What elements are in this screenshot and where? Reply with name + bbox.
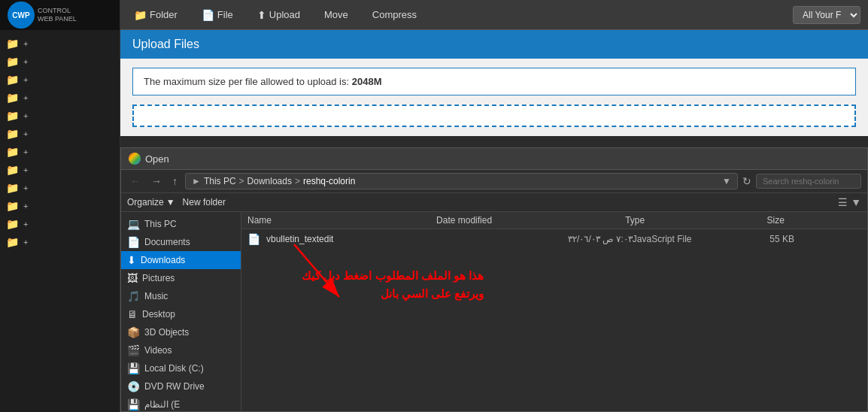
this-pc-icon: 💻 [127, 218, 140, 230]
sidebar-item-2[interactable]: 📁+ [0, 53, 120, 71]
files-pane: Name Date modified Type Size 📄 vbulletin… [241, 212, 867, 411]
file-button[interactable]: 📄 File [196, 6, 239, 24]
nav-dvd-rw[interactable]: 💿 DVD RW Drive [121, 377, 241, 395]
annotation-text: هذا هو الملف المطلوب اضغط دبل كيك ويرتفع… [302, 267, 484, 303]
dialog-titlebar: Open [121, 148, 867, 170]
sidebar-item-3[interactable]: 📁+ [0, 71, 120, 89]
nav-documents[interactable]: 📄 Documents [121, 233, 241, 251]
videos-icon: 🎬 [127, 344, 140, 356]
path-folder: reshq-colorin [303, 176, 355, 186]
folder-button[interactable]: 📁 Folder [128, 6, 184, 24]
top-toolbar: 📁 Folder 📄 File ⬆ Upload Move Compress A… [120, 0, 868, 30]
address-path[interactable]: ► This PC > Downloads > reshq-colorin ▼ [185, 173, 738, 189]
nav-downloads[interactable]: ⬇ Downloads [121, 251, 241, 269]
upload-title: Upload Files [120, 30, 868, 59]
system-e-icon: 💾 [127, 398, 140, 410]
path-downloads: Downloads [247, 176, 292, 186]
cwp-sidebar: CWP CONTROLWEB PANEL 📁+ 📁+ 📁+ 📁+ 📁+ 📁+ 📁… [0, 0, 120, 412]
sidebar-item-8[interactable]: 📁+ [0, 161, 120, 179]
upload-dropzone[interactable] [132, 105, 856, 127]
sidebar-item-5[interactable]: 📁+ [0, 107, 120, 125]
compress-button[interactable]: Compress [366, 6, 423, 23]
cwp-logo: CWP CONTROLWEB PANEL [0, 0, 120, 30]
upload-info-box: The maximum size per file allowed to upl… [132, 68, 856, 95]
view-list-icon[interactable]: ☰ [838, 196, 848, 208]
downloads-icon: ⬇ [127, 254, 136, 266]
file-open-dialog: Open ← → ↑ ► This PC > Downloads > reshq… [120, 147, 868, 412]
sidebar-item-1[interactable]: 📁+ [0, 35, 120, 53]
sidebar-item-9[interactable]: 📁+ [0, 179, 120, 197]
files-header: Name Date modified Type Size [241, 212, 867, 229]
new-folder-button[interactable]: New folder [183, 197, 226, 208]
back-button[interactable]: ← [127, 174, 144, 189]
toolbar-right: All Your F [793, 6, 860, 24]
refresh-button[interactable]: ↻ [742, 175, 751, 187]
view-toggle: ☰ ▼ [838, 196, 861, 208]
organize-dropdown-icon: ▼ [166, 197, 175, 208]
pictures-icon: 🖼 [127, 272, 138, 284]
dialog-content: 💻 This PC 📄 Documents ⬇ Downloads 🖼 Pict… [121, 212, 867, 411]
nav-3d-objects[interactable]: 📦 3D Objects [121, 323, 241, 341]
file-modified: ۷:۰۳ ص ۳۲/۰٦/۰۳ [449, 234, 632, 244]
file-row-vbulletin[interactable]: 📄 vbulletin_textedit ۷:۰۳ ص ۳۲/۰٦/۰۳ Jav… [241, 229, 867, 249]
nav-pictures[interactable]: 🖼 Pictures [121, 269, 241, 287]
col-size-header: Size [766, 215, 861, 226]
nav-music[interactable]: 🎵 Music [121, 287, 241, 305]
nav-system-e[interactable]: 💾 النظام (E [121, 395, 241, 411]
col-type-header: Type [625, 215, 766, 226]
local-disk-c-icon: 💾 [127, 362, 140, 374]
move-button[interactable]: Move [318, 6, 354, 23]
upload-icon: ⬆ [257, 9, 266, 21]
chrome-icon [129, 153, 141, 165]
music-icon: 🎵 [127, 290, 140, 302]
sidebar-item-4[interactable]: 📁+ [0, 89, 120, 107]
cwp-logo-subtitle: CONTROLWEB PANEL [38, 7, 77, 23]
search-input[interactable] [756, 174, 861, 189]
sidebar-item-11[interactable]: 📁+ [0, 215, 120, 233]
path-this-pc: This PC [204, 176, 236, 186]
folder-icon: 📁 [134, 9, 147, 21]
sidebar-item-10[interactable]: 📁+ [0, 197, 120, 215]
dvd-rw-icon: 💿 [127, 380, 140, 392]
cwp-logo-icon: CWP [8, 2, 35, 29]
address-dropdown-arrow[interactable]: ▼ [722, 176, 731, 186]
upload-button[interactable]: ⬆ Upload [251, 6, 306, 24]
dialog-addressbar: ← → ↑ ► This PC > Downloads > reshq-colo… [121, 170, 867, 193]
file-name: vbulletin_textedit [266, 234, 449, 244]
col-modified-header: Date modified [436, 215, 625, 226]
forward-button[interactable]: → [148, 174, 165, 189]
col-name-header[interactable]: Name [247, 215, 436, 226]
file-type: JavaScript File [633, 234, 770, 244]
documents-icon: 📄 [127, 236, 140, 248]
upload-max-size: 2048M [352, 76, 382, 87]
dialog-toolbar: Organize ▼ New folder ☰ ▼ [121, 193, 867, 212]
file-size: 55 KB [769, 234, 861, 244]
desktop-icon: 🖥 [127, 308, 138, 320]
organize-button[interactable]: Organize ▼ [127, 197, 175, 208]
upload-panel: Upload Files The maximum size per file a… [120, 30, 868, 136]
nav-videos[interactable]: 🎬 Videos [121, 341, 241, 359]
dialog-nav: 💻 This PC 📄 Documents ⬇ Downloads 🖼 Pict… [121, 212, 241, 411]
files-list: 📄 vbulletin_textedit ۷:۰۳ ص ۳۲/۰٦/۰۳ Jav… [241, 229, 867, 411]
dialog-title: Open [145, 153, 169, 165]
nav-local-disk-c[interactable]: 💾 Local Disk (C:) [121, 359, 241, 377]
3d-objects-icon: 📦 [127, 326, 140, 338]
sidebar-nav: 📁+ 📁+ 📁+ 📁+ 📁+ 📁+ 📁+ 📁+ 📁+ 📁+ 📁+ 📁+ [0, 30, 120, 256]
file-icon: 📄 [202, 9, 214, 21]
js-file-icon: 📄 [247, 233, 260, 245]
up-button[interactable]: ↑ [169, 174, 181, 189]
nav-this-pc[interactable]: 💻 This PC [121, 215, 241, 233]
sidebar-item-6[interactable]: 📁+ [0, 125, 120, 143]
view-dropdown-icon[interactable]: ▼ [851, 196, 861, 208]
sidebar-item-12[interactable]: 📁+ [0, 233, 120, 251]
sidebar-item-7[interactable]: 📁+ [0, 143, 120, 161]
nav-desktop[interactable]: 🖥 Desktop [121, 305, 241, 323]
view-dropdown[interactable]: All Your F [793, 6, 860, 24]
